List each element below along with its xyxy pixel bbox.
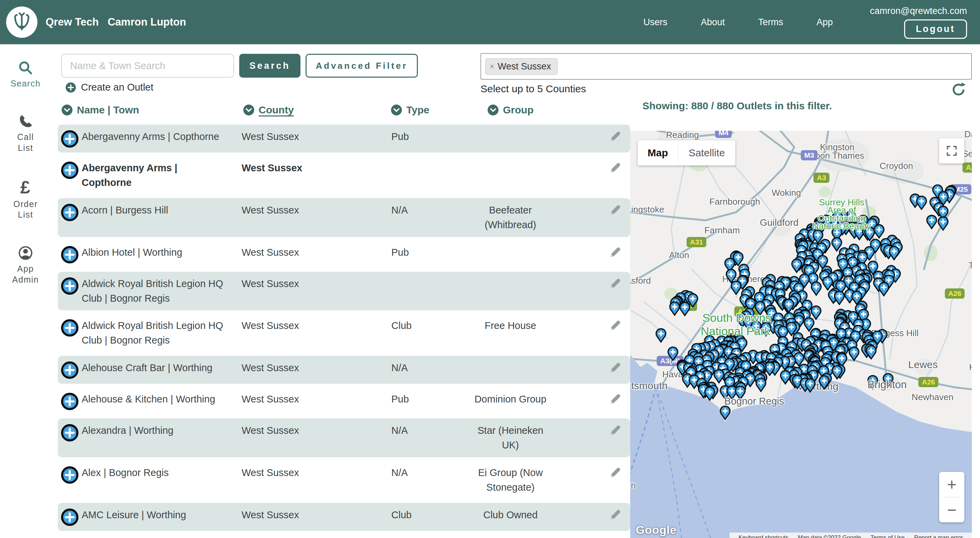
sidebar-item-search[interactable]: Search bbox=[11, 60, 40, 89]
outlet-county: West Sussex bbox=[242, 161, 381, 176]
map-pin[interactable] bbox=[668, 347, 678, 360]
fullscreen-icon bbox=[946, 145, 958, 156]
map-pin[interactable] bbox=[756, 302, 765, 315]
edit-outlet-button[interactable] bbox=[609, 162, 621, 174]
add-to-call-list-button[interactable] bbox=[61, 508, 79, 526]
edit-outlet-button[interactable] bbox=[609, 131, 621, 143]
map-pin[interactable] bbox=[850, 347, 859, 360]
add-to-call-list-button[interactable] bbox=[61, 161, 79, 179]
map-pins-layer bbox=[630, 131, 972, 538]
top-navbar: Qrew Tech Camron Lupton UsersAboutTermsA… bbox=[0, 0, 980, 44]
map-canvas[interactable]: ReadingDarKingstonupon ThamesSevenCroydo… bbox=[630, 131, 972, 538]
logout-button[interactable]: Logout bbox=[904, 19, 967, 39]
map-pin[interactable] bbox=[874, 225, 884, 238]
map-pin[interactable] bbox=[656, 329, 666, 342]
column-header-type[interactable]: Type bbox=[381, 104, 463, 116]
sidebar-item-call-list[interactable]: CallList bbox=[17, 114, 34, 153]
attribution-link[interactable]: Terms of Use bbox=[865, 534, 909, 538]
outlet-name-town: Abergavenny Arms | Copthorne bbox=[82, 161, 224, 190]
zoom-in-button[interactable]: + bbox=[939, 472, 964, 497]
edit-outlet-button[interactable] bbox=[609, 246, 621, 259]
add-to-call-list-button[interactable] bbox=[61, 204, 79, 221]
map-pin[interactable] bbox=[804, 318, 814, 331]
add-to-call-list-button[interactable] bbox=[61, 393, 79, 410]
outlet-type: N/A bbox=[381, 466, 463, 480]
add-to-call-list-button[interactable] bbox=[61, 424, 79, 442]
map-pin[interactable] bbox=[761, 323, 771, 336]
map-pin[interactable] bbox=[781, 371, 790, 384]
satellite-view-button[interactable]: Satellite bbox=[678, 140, 735, 166]
map-pin[interactable] bbox=[721, 406, 730, 420]
county-select-input[interactable]: × West Sussex bbox=[480, 53, 972, 80]
outlet-county: West Sussex bbox=[242, 508, 381, 522]
map-pin[interactable] bbox=[714, 369, 724, 383]
add-outlet-icon bbox=[61, 204, 79, 221]
nav-link-users[interactable]: Users bbox=[643, 17, 668, 27]
map-pin[interactable] bbox=[726, 269, 736, 283]
sidebar-item-app-admin[interactable]: AppAdmin bbox=[12, 245, 39, 285]
search-input[interactable] bbox=[61, 54, 234, 78]
map-pin[interactable] bbox=[756, 378, 765, 391]
edit-outlet-button[interactable] bbox=[609, 362, 621, 374]
map-pin[interactable] bbox=[731, 281, 741, 294]
edit-outlet-button[interactable] bbox=[609, 320, 621, 332]
add-to-call-list-button[interactable] bbox=[61, 361, 79, 379]
refresh-button[interactable] bbox=[951, 82, 966, 97]
map-pin[interactable] bbox=[883, 374, 893, 387]
edit-outlet-button[interactable] bbox=[609, 393, 621, 405]
map-pin[interactable] bbox=[811, 282, 821, 295]
map-pin[interactable] bbox=[938, 217, 948, 230]
map-pin[interactable] bbox=[879, 283, 888, 296]
map-pin[interactable] bbox=[735, 386, 745, 399]
map-pin[interactable] bbox=[811, 306, 821, 319]
map-view-button[interactable]: Map bbox=[638, 140, 678, 166]
map-pin[interactable] bbox=[792, 259, 801, 272]
add-to-call-list-button[interactable] bbox=[61, 319, 79, 337]
zoom-out-button[interactable]: − bbox=[939, 498, 964, 522]
advanced-filter-button[interactable]: Advanced Filter bbox=[305, 54, 418, 78]
row-edit-cell bbox=[558, 508, 630, 521]
edit-outlet-button[interactable] bbox=[609, 509, 621, 521]
map-pin[interactable] bbox=[832, 238, 842, 251]
outlet-name-town: Abergavenny Arms | Copthorne bbox=[82, 129, 242, 144]
edit-outlet-button[interactable] bbox=[609, 467, 621, 479]
edit-outlet-button[interactable] bbox=[609, 204, 621, 217]
map-pin[interactable] bbox=[680, 302, 689, 316]
search-button[interactable]: Search bbox=[239, 54, 301, 78]
map-pin[interactable] bbox=[823, 277, 832, 290]
map-pin[interactable] bbox=[670, 302, 679, 315]
nav-link-about[interactable]: About bbox=[701, 17, 725, 27]
map-pin[interactable] bbox=[889, 246, 899, 260]
create-outlet-link[interactable]: Create an Outlet bbox=[65, 82, 153, 93]
fullscreen-button[interactable] bbox=[939, 138, 964, 163]
map-pin[interactable] bbox=[751, 321, 761, 334]
add-to-call-list-button[interactable] bbox=[61, 130, 79, 148]
table-body: Abergavenny Arms | CopthorneWest SussexP… bbox=[58, 125, 630, 538]
map-pin[interactable] bbox=[866, 346, 876, 359]
sidebar-item-order-list[interactable]: £OrderList bbox=[13, 179, 37, 220]
edit-outlet-button[interactable] bbox=[609, 425, 621, 437]
add-to-call-list-button[interactable] bbox=[61, 246, 79, 263]
map-pin[interactable] bbox=[927, 215, 937, 228]
map-pin[interactable] bbox=[917, 196, 926, 209]
map-pin[interactable] bbox=[834, 291, 844, 305]
table-row: Albion Hotel | WorthingWest SussexPub bbox=[58, 240, 630, 268]
edit-outlet-button[interactable] bbox=[609, 278, 621, 290]
column-header-county[interactable]: County bbox=[242, 104, 381, 116]
nav-link-app[interactable]: App bbox=[816, 17, 833, 27]
table-header-row: Name | TownCountyTypeGroup bbox=[58, 104, 630, 116]
row-edit-cell bbox=[558, 276, 630, 290]
attribution-link[interactable]: Report a map error bbox=[909, 534, 968, 538]
row-plus-cell bbox=[58, 129, 82, 148]
remove-tag-icon[interactable]: × bbox=[490, 62, 494, 71]
table-row: Acorn | Burgess HillWest SussexN/ABeefea… bbox=[58, 198, 630, 237]
add-to-call-list-button[interactable] bbox=[61, 277, 79, 295]
map-pin[interactable] bbox=[868, 375, 878, 389]
row-plus-cell bbox=[58, 508, 82, 526]
attribution-link[interactable]: Keyboard shortcuts bbox=[733, 534, 793, 538]
column-header-group[interactable]: Group bbox=[463, 104, 558, 116]
map-pin[interactable] bbox=[819, 376, 829, 389]
nav-link-terms[interactable]: Terms bbox=[758, 17, 783, 27]
add-to-call-list-button[interactable] bbox=[61, 466, 79, 484]
column-header-name-town[interactable]: Name | Town bbox=[58, 104, 242, 116]
